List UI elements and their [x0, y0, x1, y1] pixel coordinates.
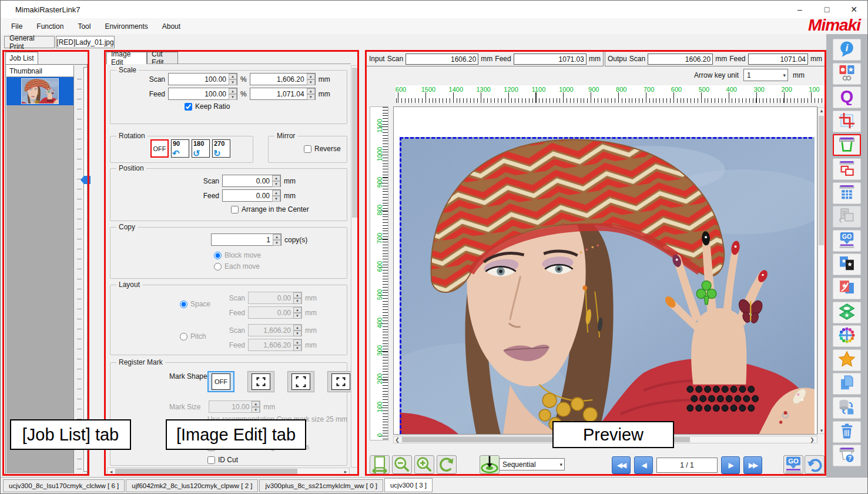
- spin-down-icon[interactable]: ▼: [272, 181, 280, 187]
- space-input[interactable]: [180, 301, 187, 308]
- tab-general-print[interactable]: General Print: [4, 36, 55, 48]
- reverse-checkbox[interactable]: Reverse: [304, 145, 341, 153]
- spin-up-icon[interactable]: ▲: [293, 339, 301, 345]
- job-info-button[interactable]: i: [833, 39, 861, 61]
- spin-down-icon[interactable]: ▼: [307, 79, 315, 85]
- menu-item-environments[interactable]: Environments: [98, 19, 155, 34]
- spin-down-icon[interactable]: ▼: [307, 94, 315, 100]
- tab-job-list[interactable]: Job List: [5, 52, 38, 64]
- menu-item-function[interactable]: Function: [29, 19, 71, 34]
- printer-tab-0[interactable]: ucjv300_8c_lsu170cmyk_clclww [ 6 ]: [3, 479, 125, 492]
- spin-up-icon[interactable]: ▲: [229, 88, 237, 94]
- refresh-preview-button[interactable]: [437, 455, 457, 474]
- keep-ratio-checkbox[interactable]: Keep Ratio: [185, 102, 230, 111]
- spin-down-icon[interactable]: ▼: [293, 331, 301, 336]
- printer-status-button[interactable]: ?: [833, 445, 861, 466]
- spin-down-icon[interactable]: ▼: [229, 79, 237, 85]
- spin-up-icon[interactable]: ▲: [293, 325, 301, 331]
- menu-item-tool[interactable]: Tool: [71, 19, 98, 34]
- thumbnail-size-slider-track[interactable]: [83, 67, 88, 472]
- job-row-selected[interactable]: [6, 77, 73, 105]
- each-move-radio[interactable]: Each move: [214, 262, 260, 271]
- reverse-input[interactable]: [304, 145, 311, 153]
- scale-scan-mm-field[interactable]: 1,606.20▲▼: [250, 73, 316, 85]
- scale-feed-percent-field[interactable]: 100.00▲▼: [168, 88, 237, 100]
- go-print-button[interactable]: GO: [783, 455, 803, 474]
- space-radio[interactable]: Space: [180, 300, 210, 308]
- mark-shape-off-button[interactable]: OFF: [207, 371, 234, 392]
- input-feed-field[interactable]: 1071.03: [514, 54, 587, 65]
- spin-down-icon[interactable]: ▼: [293, 313, 301, 319]
- preview-image[interactable]: [400, 137, 815, 435]
- favorite-button[interactable]: [833, 349, 861, 371]
- copy-count-field[interactable]: 1▲▼: [211, 233, 281, 246]
- canvas-vscrollbar[interactable]: ▴ ▾: [817, 107, 825, 434]
- undo-button[interactable]: [805, 455, 825, 474]
- spin-up-icon[interactable]: ▲: [252, 401, 260, 407]
- pitch-input[interactable]: [180, 333, 187, 341]
- image-edit-hscroll-thumb[interactable]: [115, 469, 297, 474]
- block-move-input[interactable]: [214, 252, 222, 259]
- fit-width-button[interactable]: [370, 455, 390, 474]
- rotation-180-button[interactable]: 180↺: [192, 139, 210, 158]
- pitch-feed-field[interactable]: 1,606.20▲▼: [248, 339, 302, 351]
- first-page-button[interactable]: ◀◀: [612, 456, 631, 474]
- color-adjust-button[interactable]: [833, 325, 861, 347]
- hscroll-left-icon[interactable]: ◂: [108, 469, 115, 475]
- output-scan-field[interactable]: 1606.20: [648, 54, 713, 65]
- crop-button[interactable]: [833, 111, 861, 132]
- spin-up-icon[interactable]: ▲: [307, 88, 315, 94]
- prev-page-button[interactable]: ◀: [634, 456, 653, 474]
- space-scan-field[interactable]: 0.00▲▼: [248, 292, 302, 304]
- image-edit-hscrollbar[interactable]: ◂ ▸: [107, 468, 350, 475]
- arrange-center-input[interactable]: [231, 206, 239, 213]
- thumbnail-size-slider-handle[interactable]: [81, 176, 91, 184]
- print-origin-button[interactable]: [480, 455, 500, 474]
- position-scan-field[interactable]: 0.00▲▼: [222, 175, 281, 187]
- job-register-button[interactable]: [833, 63, 861, 85]
- vscroll-up-icon[interactable]: ▴: [818, 108, 825, 114]
- spin-up-icon[interactable]: ▲: [229, 74, 237, 79]
- keep-ratio-input[interactable]: [185, 103, 192, 111]
- scale-feed-mm-field[interactable]: 1,071.04▲▼: [250, 88, 316, 100]
- composite-button[interactable]: [833, 206, 861, 228]
- layer-button[interactable]: [833, 302, 861, 323]
- spin-up-icon[interactable]: ▲: [273, 234, 281, 240]
- last-page-button[interactable]: ▶▶: [743, 456, 762, 474]
- mark-shape-type1-button[interactable]: [247, 371, 274, 392]
- spin-down-icon[interactable]: ▼: [273, 240, 281, 246]
- rotation-270-button[interactable]: 270↻: [212, 139, 230, 158]
- pitch-scan-field[interactable]: 1,606.20▲▼: [248, 324, 302, 336]
- execution-button[interactable]: GO: [833, 230, 861, 252]
- zoom-out-button[interactable]: [392, 455, 412, 474]
- spin-up-icon[interactable]: ▲: [293, 307, 301, 313]
- rotation-90-button[interactable]: 90↶: [171, 139, 189, 158]
- printer-tab-1[interactable]: ujf6042mk2_8c_lus120cmyk_clpww [ 2 ]: [126, 479, 258, 492]
- composition-button[interactable]: [833, 253, 861, 275]
- arrow-key-unit-select[interactable]: 1 ▾: [743, 69, 788, 81]
- rotation-off-button[interactable]: OFF: [150, 139, 169, 158]
- print-order-select[interactable]: Sequential ▾: [499, 458, 565, 470]
- page-indicator[interactable]: 1 / 1: [656, 458, 718, 473]
- preview-canvas[interactable]: [393, 106, 817, 435]
- backup-button[interactable]: [833, 397, 861, 419]
- zoom-in-button[interactable]: [414, 455, 434, 474]
- step-repeat-button[interactable]: [833, 182, 861, 204]
- input-scan-field[interactable]: 1606.20: [405, 54, 478, 65]
- thumbnail-column-header[interactable]: Thumbnail: [6, 65, 73, 77]
- menu-item-file[interactable]: File: [4, 19, 29, 34]
- spin-down-icon[interactable]: ▼: [293, 345, 301, 351]
- menu-item-about[interactable]: About: [155, 19, 187, 34]
- hscroll-right-icon[interactable]: ▸: [342, 469, 349, 475]
- space-feed-field[interactable]: 0.00▲▼: [248, 306, 302, 319]
- duplicate-button[interactable]: [833, 373, 861, 395]
- image-edit-vscrollbar[interactable]: [351, 65, 358, 468]
- vscroll-down-icon[interactable]: ▾: [818, 428, 825, 433]
- image-edit-vscroll-thumb[interactable]: [352, 68, 357, 218]
- tab-image-edit[interactable]: Image Edit: [106, 52, 147, 64]
- each-move-input[interactable]: [214, 263, 222, 271]
- spin-down-icon[interactable]: ▼: [272, 196, 280, 202]
- id-cut-checkbox[interactable]: ID Cut: [207, 456, 238, 464]
- special-plate-button[interactable]: [833, 278, 861, 299]
- spin-down-icon[interactable]: ▼: [252, 407, 260, 413]
